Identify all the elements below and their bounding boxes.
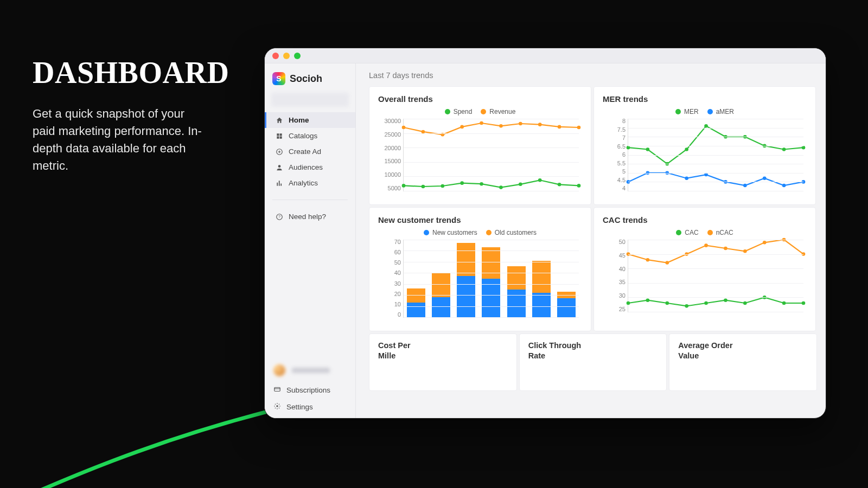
svg-point-20	[480, 121, 483, 125]
user-name-redacted	[292, 368, 330, 373]
card-title: CAC trends	[603, 215, 807, 224]
card-new-customer-trends[interactable]: New customer trends New customers Old cu…	[369, 207, 591, 331]
sidebar-item-audiences[interactable]: Audiences	[265, 159, 355, 175]
card-title: New customer trends	[378, 215, 582, 224]
legend-label: CAC	[685, 229, 698, 236]
sidebar-item-home[interactable]: Home	[265, 112, 355, 128]
sidebar: S Socioh Home Catalogs Create Ad	[265, 63, 356, 418]
svg-point-52	[743, 301, 747, 305]
legend-label: Spend	[454, 108, 473, 115]
sidebar-item-settings[interactable]: Settings	[265, 399, 355, 418]
chart-cac: 504540353025	[603, 239, 807, 320]
sidebar-item-label: Settings	[286, 403, 313, 411]
card-mer-trends[interactable]: MER trends MER aMER 87.576.565.554.54	[593, 86, 816, 205]
svg-point-34	[782, 147, 786, 151]
legend-label: MER	[684, 108, 699, 115]
avatar	[272, 363, 286, 377]
svg-point-60	[704, 243, 708, 247]
svg-point-30	[704, 124, 708, 128]
svg-point-9	[460, 181, 464, 185]
brand-logo-icon: S	[272, 72, 285, 85]
minimize-icon[interactable]	[283, 53, 290, 59]
legend-swatch	[445, 109, 450, 114]
svg-point-35	[802, 146, 806, 150]
metric-title: Average OrderValue	[678, 341, 808, 361]
sidebar-item-analytics[interactable]: Analytics	[265, 175, 355, 191]
sidebar-item-catalogs[interactable]: Catalogs	[265, 128, 355, 144]
window-titlebar	[265, 48, 826, 63]
svg-point-39	[685, 176, 688, 180]
card-overall-trends[interactable]: Overall trends Spend Revenue 30000250002…	[369, 86, 591, 205]
legend-label: nCAC	[716, 229, 733, 236]
chart-overall: 30000250002000015000100005000	[378, 118, 582, 199]
metric-card-ctr[interactable]: Click ThroughRate	[519, 333, 667, 391]
sidebar-item-create-ad[interactable]: Create Ad	[265, 144, 355, 159]
plus-circle-icon	[275, 147, 283, 156]
legend-swatch	[424, 230, 429, 235]
legend-swatch	[707, 230, 713, 235]
svg-point-1	[278, 165, 280, 168]
metric-card-aov[interactable]: Average OrderValue	[669, 333, 817, 391]
svg-point-14	[558, 183, 561, 187]
svg-point-29	[685, 147, 688, 151]
sidebar-item-label: Home	[289, 116, 309, 124]
svg-point-12	[519, 182, 522, 186]
close-icon[interactable]	[272, 53, 279, 59]
metric-placeholder	[378, 368, 508, 380]
primary-nav: Home Catalogs Create Ad Audiences Analyt…	[265, 112, 355, 191]
svg-point-5	[276, 405, 278, 407]
range-label: Last 7 days trends	[369, 71, 817, 80]
svg-point-21	[499, 124, 503, 128]
svg-point-58	[665, 261, 669, 265]
card-cac-trends[interactable]: CAC trends CAC nCAC 504540353025	[593, 207, 816, 331]
brand-name: Socioh	[290, 73, 322, 85]
zoom-icon[interactable]	[294, 53, 301, 59]
svg-point-15	[577, 184, 581, 188]
svg-point-54	[782, 301, 786, 305]
svg-point-42	[743, 184, 747, 188]
svg-point-10	[480, 182, 483, 186]
card-icon	[273, 386, 281, 395]
legend-label: New customers	[432, 229, 477, 236]
svg-point-26	[627, 146, 630, 150]
svg-point-11	[499, 185, 503, 189]
svg-point-27	[646, 147, 650, 151]
hero-subtitle: Get a quick snapshot of your paid market…	[33, 105, 206, 175]
legend: MER aMER	[603, 108, 807, 115]
sidebar-item-subscriptions[interactable]: Subscriptions	[265, 382, 355, 399]
help-icon: ?	[275, 213, 283, 221]
metric-card-cpm[interactable]: Cost PerMille	[369, 333, 517, 391]
sidebar-item-label: Audiences	[289, 163, 323, 171]
legend-swatch	[481, 109, 486, 114]
sidebar-item-help[interactable]: ? Need help?	[265, 209, 355, 224]
brand: S Socioh	[265, 69, 355, 93]
legend-swatch	[486, 230, 492, 235]
svg-point-57	[646, 258, 650, 262]
svg-point-62	[743, 249, 747, 253]
svg-point-7	[422, 185, 425, 189]
svg-point-16	[402, 126, 406, 130]
svg-point-43	[763, 176, 767, 180]
svg-point-40	[704, 173, 708, 177]
card-title: Overall trends	[378, 94, 582, 104]
svg-point-23	[538, 123, 542, 126]
svg-rect-4	[275, 388, 280, 391]
sidebar-item-label: Subscriptions	[286, 386, 330, 394]
sidebar-separator	[272, 200, 348, 200]
chart-mer: 87.576.565.554.54	[603, 118, 807, 199]
chart-newcust: 706050403020100	[378, 239, 582, 325]
bars-icon	[275, 179, 283, 187]
svg-point-8	[441, 184, 444, 188]
sidebar-item-label: Need help?	[289, 213, 326, 221]
org-selector[interactable]	[271, 93, 349, 107]
legend: CAC nCAC	[603, 229, 807, 236]
sidebar-item-label: Create Ad	[289, 147, 321, 156]
svg-point-47	[646, 298, 650, 302]
svg-point-49	[685, 304, 688, 308]
svg-point-50	[704, 301, 708, 305]
metric-placeholder	[678, 368, 808, 380]
legend: New customers Old customers	[378, 229, 582, 236]
user-row[interactable]	[265, 359, 355, 382]
svg-point-55	[802, 301, 806, 305]
svg-point-46	[627, 301, 630, 305]
